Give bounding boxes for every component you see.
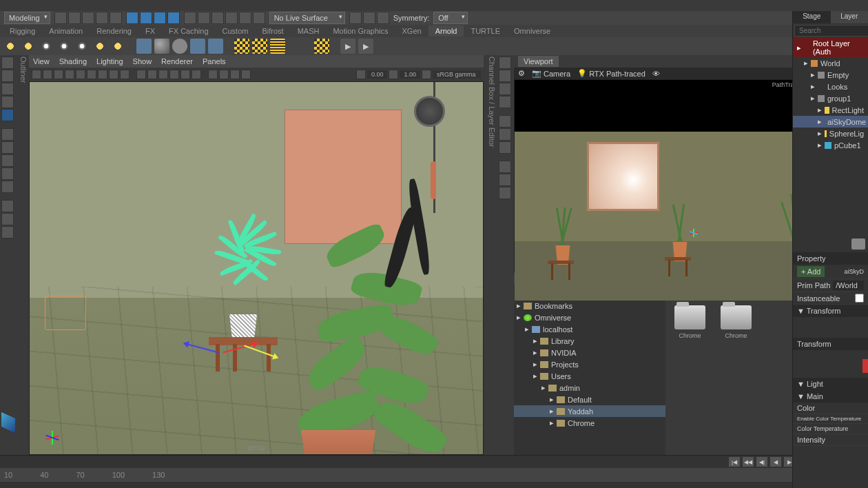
play-back-icon[interactable]: ◀	[770, 457, 781, 467]
redo-icon[interactable]	[110, 12, 122, 24]
vp-menu-view[interactable]: View	[33, 57, 50, 65]
vp-nurbs-icon[interactable]	[219, 70, 229, 79]
stage-search[interactable]	[794, 25, 868, 37]
vp-shaded-icon[interactable]	[65, 70, 74, 79]
vp-menu-shading[interactable]: Shading	[59, 57, 87, 65]
shelf-tab-arnold[interactable]: Arnold	[428, 26, 464, 37]
directional-light-icon[interactable]	[74, 39, 90, 54]
last-tool[interactable]	[1, 109, 14, 121]
snap-grid-icon[interactable]	[184, 12, 196, 24]
vp-menu-renderer[interactable]: Renderer	[161, 57, 193, 65]
tree-item[interactable]: ▸Omniverse	[514, 312, 665, 323]
cube-icon[interactable]	[136, 39, 152, 54]
vp-gear-icon[interactable]	[356, 70, 366, 79]
tree-item[interactable]: ▸Projects	[514, 358, 665, 370]
tree-item[interactable]: ▸Users	[514, 370, 665, 382]
vp-subdiv-icon[interactable]	[230, 70, 240, 79]
vp-poly-icon[interactable]	[208, 70, 218, 79]
vp-menu-panels[interactable]: Panels	[203, 57, 226, 65]
render-icon[interactable]	[363, 12, 375, 24]
tree-item[interactable]: ▸Bookmarks	[514, 300, 665, 312]
tree-item[interactable]: ▸localhost	[514, 323, 665, 335]
stage-tab[interactable]: Stage	[793, 11, 831, 23]
camera-dropdown[interactable]: 📷 Camera	[532, 69, 570, 78]
color-space[interactable]: sRGB gamma	[433, 70, 481, 79]
shelf-tab-animation[interactable]: Animation	[42, 26, 90, 37]
shelf-tab-custom[interactable]: Custom	[216, 26, 256, 37]
sun-light-icon[interactable]	[3, 39, 18, 54]
ipr-icon[interactable]	[377, 12, 389, 24]
uv-shell-icon[interactable]	[252, 39, 267, 54]
layer-item[interactable]: ▸SphereLig	[793, 128, 868, 139]
layer-tab[interactable]: Layer	[831, 11, 869, 23]
snap-live-icon[interactable]	[239, 12, 251, 24]
step-back-icon[interactable]: ◀◀	[743, 457, 754, 467]
point-light-icon[interactable]	[39, 39, 54, 54]
snap-curve-icon[interactable]	[198, 12, 210, 24]
snap-point-icon[interactable]	[211, 12, 224, 24]
main-section[interactable]: ▼ Main	[793, 390, 868, 403]
live-surface-dropdown[interactable]: No Live Surface	[269, 12, 345, 24]
layer-item[interactable]: ▸RectLight	[793, 104, 868, 116]
layer-item[interactable]: ▸Looks	[793, 81, 868, 92]
go-start-icon[interactable]: |◀	[729, 457, 740, 467]
save-layer-icon[interactable]	[851, 238, 865, 250]
vp-deform-icon[interactable]	[241, 70, 251, 79]
vp-select-icon[interactable]	[32, 70, 41, 79]
rt-magnet-icon[interactable]	[499, 115, 511, 128]
vp-wireframe-icon[interactable]	[54, 70, 63, 79]
shelf-tab-omniverse[interactable]: Omniverse	[507, 26, 557, 37]
rt-eye-icon[interactable]	[499, 174, 511, 186]
rt-light-icon[interactable]	[499, 161, 511, 173]
rt-move-icon[interactable]	[499, 70, 511, 82]
component-icon[interactable]	[167, 12, 180, 24]
sphere-icon[interactable]	[154, 39, 169, 54]
rt-snap-icon[interactable]	[499, 128, 511, 141]
plane-icon[interactable]	[190, 39, 205, 54]
tree-item[interactable]: ▸Default	[514, 394, 665, 405]
tree-item[interactable]: ▸NVIDIA	[514, 347, 665, 358]
shelf-tab-rendering[interactable]: Rendering	[90, 26, 138, 37]
vp-grid-icon[interactable]	[136, 70, 146, 79]
selected-plant[interactable]	[202, 220, 285, 372]
open-icon[interactable]	[68, 12, 81, 24]
new-icon[interactable]	[54, 12, 67, 24]
xray-toggle[interactable]	[1, 213, 14, 225]
eye-icon[interactable]: 👁	[652, 70, 660, 78]
vp-resolution-icon[interactable]	[158, 70, 168, 79]
add-property-button[interactable]: + Add	[797, 266, 825, 277]
vp-xray-icon[interactable]	[180, 70, 190, 79]
construction-icon[interactable]	[349, 12, 362, 24]
layer-item[interactable]: ▸pCube1	[793, 139, 868, 151]
layer-item[interactable]: ▸group1	[793, 92, 868, 104]
sky-light-icon[interactable]	[92, 39, 107, 54]
light-section[interactable]: ▼ Light	[793, 378, 868, 390]
shelf-tab-rigging[interactable]: Rigging	[3, 26, 42, 37]
rt-camera-icon[interactable]	[499, 187, 511, 199]
rt-rotate-icon[interactable]	[499, 83, 511, 95]
snap-view-icon[interactable]	[253, 12, 265, 24]
layer-item[interactable]: ▸aiSkyDome	[793, 116, 868, 128]
uv-grid-icon[interactable]	[270, 39, 285, 54]
rt-scale-icon[interactable]	[499, 96, 511, 108]
tree-item[interactable]: ▸Yaddah	[514, 405, 665, 417]
shelf-tab-xgen[interactable]: XGen	[395, 26, 428, 37]
render-mode-dropdown[interactable]: 💡 RTX Path-traced	[577, 69, 645, 78]
select-tool[interactable]	[1, 57, 14, 69]
tree-item[interactable]: ▸admin	[514, 382, 665, 394]
outliner-strip[interactable]: Outliner	[15, 55, 29, 455]
vp-gamma-icon[interactable]	[422, 70, 431, 79]
mesh-light-icon[interactable]	[110, 39, 125, 54]
area-light-icon[interactable]	[21, 39, 36, 54]
vp-menu-lighting[interactable]: Lighting	[96, 57, 123, 65]
texture-icon[interactable]	[314, 39, 329, 54]
vp-textured-icon[interactable]	[76, 70, 85, 79]
undo-icon[interactable]	[96, 12, 108, 24]
layer-item[interactable]: ▸Empty	[793, 69, 868, 81]
cylinder-icon[interactable]	[172, 39, 187, 54]
panel-layout-3[interactable]	[1, 167, 14, 180]
view-cube-icon[interactable]	[1, 200, 14, 212]
mode-dropdown[interactable]: Modeling	[4, 12, 50, 24]
prev-key-icon[interactable]: ◀|	[756, 457, 767, 467]
uv-editor-icon[interactable]	[234, 39, 249, 54]
